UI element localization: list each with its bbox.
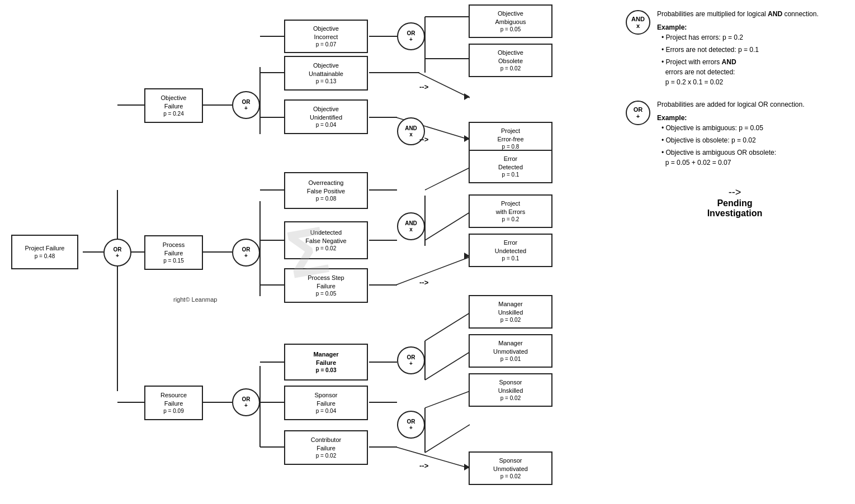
- svg-line-31: [425, 212, 470, 240]
- sponsor-unskilled-prob: p = 0.02: [500, 394, 521, 402]
- or-proc-gate: OR +: [232, 239, 260, 267]
- svg-line-42: [425, 425, 470, 453]
- and-proc-gate: AND x: [397, 212, 425, 240]
- or-main-gate: OR +: [103, 239, 131, 267]
- svg-line-37: [425, 313, 470, 341]
- manager-unmotivated-prob: p = 0.01: [500, 355, 521, 363]
- resource-failure-label: ResourceFailure: [160, 391, 187, 407]
- contributor-failure-prob: p = 0.02: [316, 452, 336, 459]
- sponsor-failure-label: SponsorFailure: [315, 391, 338, 407]
- process-step-label: Process StepFailure: [308, 274, 344, 290]
- contributor-failure-node: ContributorFailure p = 0.02: [284, 430, 368, 465]
- obj-ambiguous-label: ObjectiveAmbiguous: [495, 9, 526, 26]
- obj-unattainable-label: ObjectiveUnattainable: [309, 61, 343, 78]
- or-res-gate: OR +: [232, 388, 260, 416]
- contributor-failure-label: ContributorFailure: [311, 436, 341, 452]
- obj-incorrect-node: ObjectiveIncorrect p = 0.07: [284, 20, 368, 53]
- project-errorfree-prob: p = 0.8: [502, 143, 519, 150]
- manager-failure-prob: p = 0.03: [316, 367, 337, 374]
- process-step-node: Process StepFailure p = 0.05: [284, 268, 368, 303]
- or-legend-text: Probabilities are added for logical OR c…: [657, 99, 804, 170]
- svg-line-41: [425, 391, 470, 408]
- undetected-fn-node: UndetectedFalse Negative p = 0.02: [284, 221, 368, 259]
- obj-obsolete-node: ObjectiveObsolete p = 0.02: [469, 44, 552, 77]
- sponsor-unmotivated-prob: p = 0.02: [500, 473, 521, 480]
- or-mgr-gate: OR +: [397, 346, 425, 374]
- obj-unattainable-prob: p = 0.13: [316, 78, 336, 85]
- error-detected-prob: p = 0.1: [502, 171, 519, 178]
- overreacting-fp-prob: p = 0.08: [316, 195, 336, 202]
- obj-ambiguous-prob: p = 0.05: [500, 26, 521, 33]
- or-legend-section: OR + Probabilities are added for logical…: [626, 99, 844, 170]
- manager-unmotivated-label: ManagerUnmotivated: [493, 339, 528, 355]
- obj-unidentified-node: ObjectiveUnidentified p = 0.04: [284, 99, 368, 134]
- obj-obsolete-label: ObjectiveObsolete: [498, 49, 523, 65]
- project-failure-node: Project Failure p = 0.48: [11, 235, 78, 269]
- process-step-prob: p = 0.05: [316, 290, 336, 297]
- obj-unidentified-label: ObjectiveUnidentified: [310, 105, 342, 121]
- pending-arrow-1: -->: [419, 83, 428, 91]
- pending-investigation: --> PendingInvestigation: [626, 187, 844, 218]
- error-undetected-label: ErrorUndetected: [495, 239, 526, 255]
- copyright-text: right© Leanmap: [173, 296, 217, 303]
- pending-arrow-2: -->: [419, 135, 428, 144]
- project-errors-node: Projectwith Errors p = 0.2: [469, 194, 552, 228]
- sponsor-unskilled-label: SponsorUnskilled: [498, 378, 523, 394]
- objective-failure-label: ObjectiveFailure: [161, 94, 187, 110]
- sponsor-failure-node: SponsorFailure p = 0.04: [284, 386, 368, 420]
- resource-failure-prob: p = 0.09: [163, 407, 183, 415]
- pending-label: PendingInvestigation: [707, 198, 763, 218]
- error-detected-label: ErrorDetected: [498, 155, 523, 171]
- manager-unmotivated-node: ManagerUnmotivated p = 0.01: [469, 334, 552, 368]
- sponsor-unmotivated-label: SponsorUnmotivated: [493, 457, 528, 473]
- obj-unattainable-node: ObjectiveUnattainable p = 0.13: [284, 56, 368, 91]
- objective-failure-node: ObjectiveFailure p = 0.24: [144, 88, 203, 123]
- obj-unidentified-prob: p = 0.04: [316, 121, 336, 129]
- objective-failure-prob: p = 0.24: [163, 110, 183, 117]
- undetected-fn-label: UndetectedFalse Negative: [305, 229, 346, 245]
- manager-failure-label: ManagerFailure: [313, 350, 338, 367]
- legend-panel: AND x Probabilities are multiplied for l…: [615, 0, 855, 504]
- process-failure-node: ProcessFailure p = 0.15: [144, 235, 203, 270]
- and-legend-gate: AND x: [626, 10, 650, 35]
- and-legend-section: AND x Probabilities are multiplied for l…: [626, 9, 844, 89]
- or-legend-gate: OR +: [626, 101, 650, 125]
- undetected-fn-prob: p = 0.02: [316, 245, 336, 252]
- error-undetected-prob: p = 0.1: [502, 255, 519, 262]
- sponsor-failure-prob: p = 0.04: [316, 407, 336, 415]
- sponsor-unskilled-node: SponsorUnskilled p = 0.02: [469, 373, 552, 407]
- overreacting-fp-node: OverreactingFalse Positive p = 0.08: [284, 172, 368, 209]
- fault-tree-diagram: Σ right© Leanmap Project Failure p = 0.4…: [0, 0, 615, 504]
- pending-arrow-3: -->: [419, 278, 428, 287]
- process-failure-label: ProcessFailure: [163, 241, 185, 257]
- project-failure-prob: p = 0.48: [35, 253, 55, 260]
- project-errors-prob: p = 0.2: [502, 216, 519, 223]
- project-failure-label: Project Failure: [25, 244, 65, 252]
- svg-line-34: [396, 257, 470, 285]
- or-top-gate: OR +: [397, 22, 425, 50]
- svg-line-30: [425, 168, 470, 190]
- obj-obsolete-prob: p = 0.02: [500, 65, 521, 72]
- sponsor-unmotivated-node: SponsorUnmotivated p = 0.02: [469, 451, 552, 485]
- project-errors-label: Projectwith Errors: [496, 199, 526, 216]
- error-detected-node: ErrorDetected p = 0.1: [469, 150, 552, 183]
- manager-unskilled-prob: p = 0.02: [500, 316, 521, 324]
- overreacting-fp-label: OverreactingFalse Positive: [307, 179, 345, 195]
- and-legend-text: Probabilities are multiplied for logical…: [657, 9, 819, 89]
- svg-line-38: [425, 352, 470, 380]
- manager-unskilled-node: ManagerUnskilled p = 0.02: [469, 295, 552, 329]
- or-spon-gate: OR +: [397, 411, 425, 439]
- pending-arrow-legend: -->: [626, 187, 844, 198]
- pending-arrow-4: -->: [419, 462, 428, 470]
- process-failure-prob: p = 0.15: [163, 257, 183, 264]
- or-obj-gate: OR +: [232, 91, 260, 119]
- manager-failure-node: ManagerFailure p = 0.03: [284, 344, 368, 381]
- obj-incorrect-label: ObjectiveIncorrect: [313, 25, 339, 41]
- svg-line-44: [396, 447, 470, 468]
- obj-incorrect-prob: p = 0.07: [316, 41, 336, 48]
- resource-failure-node: ResourceFailure p = 0.09: [144, 386, 203, 420]
- error-undetected-node: ErrorUndetected p = 0.1: [469, 234, 552, 267]
- svg-marker-45: [464, 93, 470, 100]
- obj-ambiguous-node: ObjectiveAmbiguous p = 0.05: [469, 4, 552, 38]
- manager-unskilled-label: ManagerUnskilled: [498, 300, 523, 316]
